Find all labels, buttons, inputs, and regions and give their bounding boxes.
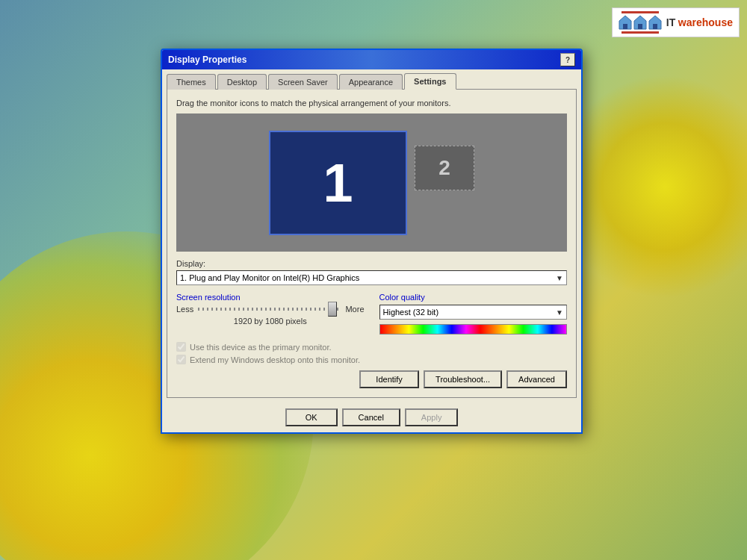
display-properties-dialog: Display Properties ? Themes Desktop Scre… xyxy=(161,49,583,434)
extend-desktop-row: Extend my Windows desktop onto this moni… xyxy=(176,355,567,364)
tab-settings[interactable]: Settings xyxy=(404,73,456,90)
titlebar-buttons: ? xyxy=(560,53,575,66)
monitor-1-number: 1 xyxy=(323,152,353,214)
help-button[interactable]: ? xyxy=(560,53,575,66)
titlebar: Display Properties ? xyxy=(162,50,581,69)
resolution-label: Screen resolution xyxy=(176,293,365,302)
logo-line-top xyxy=(622,11,659,13)
troubleshoot-button[interactable]: Troubleshoot... xyxy=(424,370,502,388)
logo-it-text: IT xyxy=(666,16,675,28)
color-quality-column: Color quality Highest (32 bit) ▼ xyxy=(379,293,568,335)
monitor-2[interactable]: 2 xyxy=(415,146,474,190)
tab-bar: Themes Desktop Screen Saver Appearance S… xyxy=(162,69,581,89)
monitor-2-number: 2 xyxy=(438,156,450,180)
color-dropdown-arrow: ▼ xyxy=(556,308,563,317)
apply-button[interactable]: Apply xyxy=(405,408,459,426)
color-quality-value: Highest (32 bit) xyxy=(383,308,439,317)
extend-desktop-checkbox[interactable] xyxy=(176,355,186,364)
monitor-1[interactable]: 1 xyxy=(269,131,407,235)
tab-themes[interactable]: Themes xyxy=(167,74,216,90)
action-buttons: Identify Troubleshoot... Advanced xyxy=(176,370,567,388)
primary-monitor-checkbox[interactable] xyxy=(176,342,186,352)
advanced-button[interactable]: Advanced xyxy=(506,370,567,388)
svg-rect-1 xyxy=(623,24,627,29)
svg-rect-3 xyxy=(638,24,642,29)
color-quality-label: Color quality xyxy=(379,293,568,302)
display-dropdown-arrow: ▼ xyxy=(556,274,563,282)
dialog-title: Display Properties xyxy=(168,55,247,65)
display-value: 1. Plug and Play Monitor on Intel(R) HD … xyxy=(180,273,359,282)
logo-text: IT warehouse xyxy=(666,16,733,28)
logo-warehouse-text: warehouse xyxy=(678,16,733,28)
tab-screen-saver[interactable]: Screen Saver xyxy=(268,74,338,90)
color-bar xyxy=(379,324,568,335)
primary-monitor-label: Use this device as the primary monitor. xyxy=(190,343,332,352)
resolution-column: Screen resolution Less More 1920 by 1080… xyxy=(176,293,365,335)
display-label: Display: xyxy=(176,259,567,268)
tab-desktop[interactable]: Desktop xyxy=(217,74,267,90)
extend-desktop-label: Extend my Windows desktop onto this moni… xyxy=(190,355,360,364)
display-dropdown[interactable]: 1. Plug and Play Monitor on Intel(R) HD … xyxy=(176,270,567,285)
house-3-icon xyxy=(648,15,662,30)
more-label: More xyxy=(345,305,364,314)
settings-content: Drag the monitor icons to match the phys… xyxy=(167,89,577,398)
logo-line-bottom xyxy=(622,31,659,34)
color-quality-dropdown[interactable]: Highest (32 bit) ▼ xyxy=(379,305,568,320)
less-label: Less xyxy=(176,305,193,314)
resolution-value: 1920 by 1080 pixels xyxy=(176,317,365,326)
tab-appearance[interactable]: Appearance xyxy=(339,74,403,90)
settings-columns: Screen resolution Less More 1920 by 1080… xyxy=(176,293,567,335)
house-2-icon xyxy=(633,15,647,30)
cancel-button[interactable]: Cancel xyxy=(342,408,400,426)
ok-button[interactable]: OK xyxy=(285,408,338,426)
resolution-slider-row: Less More xyxy=(176,305,365,314)
monitor-preview-area: 1 2 xyxy=(176,113,567,252)
dialog-footer: OK Cancel Apply xyxy=(162,402,581,432)
house-1-icon xyxy=(619,15,632,30)
identify-button[interactable]: Identify xyxy=(359,370,419,388)
logo: IT warehouse xyxy=(612,7,740,37)
resolution-slider[interactable] xyxy=(198,308,341,311)
logo-houses xyxy=(619,15,662,30)
slider-thumb[interactable] xyxy=(328,302,337,317)
svg-rect-5 xyxy=(653,24,657,29)
hint-text: Drag the monitor icons to match the phys… xyxy=(176,99,567,108)
primary-monitor-row: Use this device as the primary monitor. xyxy=(176,342,567,352)
